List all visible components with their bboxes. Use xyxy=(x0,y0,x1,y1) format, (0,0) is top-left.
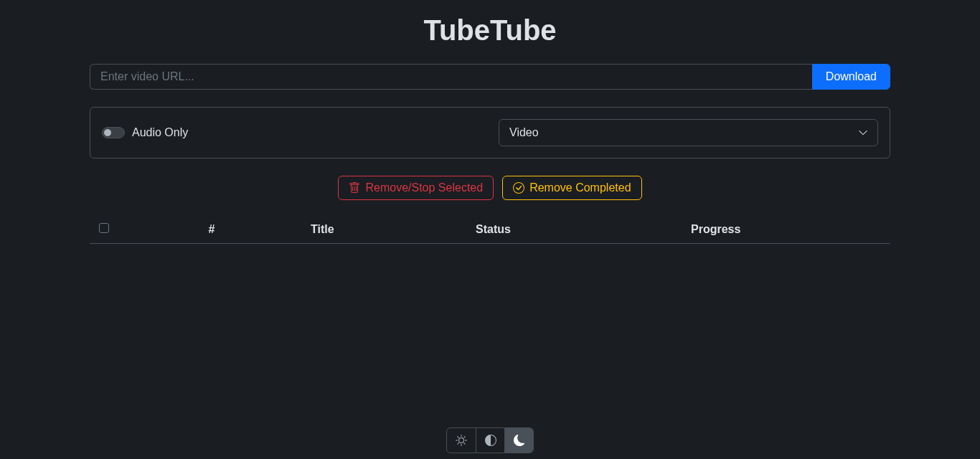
sun-icon xyxy=(456,435,467,446)
action-buttons: Remove/Stop Selected Remove Completed xyxy=(90,176,890,200)
column-number: # xyxy=(118,217,305,244)
column-title: Title xyxy=(305,217,470,244)
remove-completed-label: Remove Completed xyxy=(529,181,631,194)
check-circle-icon xyxy=(513,182,524,194)
column-status: Status xyxy=(470,217,685,244)
options-panel: Audio Only Video xyxy=(90,107,890,158)
remove-completed-button[interactable]: Remove Completed xyxy=(502,176,641,200)
select-all-checkbox[interactable] xyxy=(99,223,109,233)
app-title: TubeTube xyxy=(90,0,890,64)
select-all-header xyxy=(90,217,118,244)
theme-light-button[interactable] xyxy=(447,428,476,453)
url-input[interactable] xyxy=(90,64,812,90)
theme-switcher xyxy=(446,427,534,453)
theme-dark-button[interactable] xyxy=(504,428,533,453)
moon-icon xyxy=(514,435,525,446)
download-button[interactable]: Download xyxy=(812,64,890,90)
remove-stop-selected-label: Remove/Stop Selected xyxy=(365,181,483,194)
url-input-group: Download xyxy=(90,64,890,90)
audio-only-label: Audio Only xyxy=(132,126,188,139)
trash-icon xyxy=(349,182,360,194)
format-select[interactable]: Video xyxy=(499,119,878,146)
column-progress: Progress xyxy=(685,217,890,244)
circle-half-icon xyxy=(485,435,496,446)
downloads-table: # Title Status Progress xyxy=(90,217,890,244)
theme-auto-button[interactable] xyxy=(476,428,504,453)
remove-stop-selected-button[interactable]: Remove/Stop Selected xyxy=(338,176,494,200)
audio-only-toggle[interactable] xyxy=(102,127,125,138)
